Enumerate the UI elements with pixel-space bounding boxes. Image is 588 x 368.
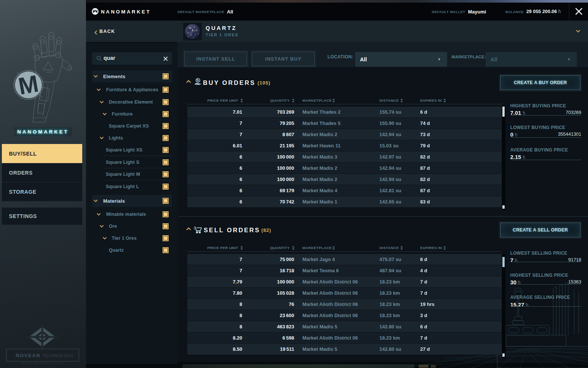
svg-text:BAAZLAT RELSROAGT LARTAZO: BAAZLAT RELSROAGT LARTAZO bbox=[22, 362, 63, 364]
svg-text:ħ: ħ bbox=[197, 78, 199, 82]
svg-text:TECHNOLOGY: TECHNOLOGY bbox=[43, 353, 74, 358]
svg-text:NOVEAN: NOVEAN bbox=[16, 353, 40, 358]
